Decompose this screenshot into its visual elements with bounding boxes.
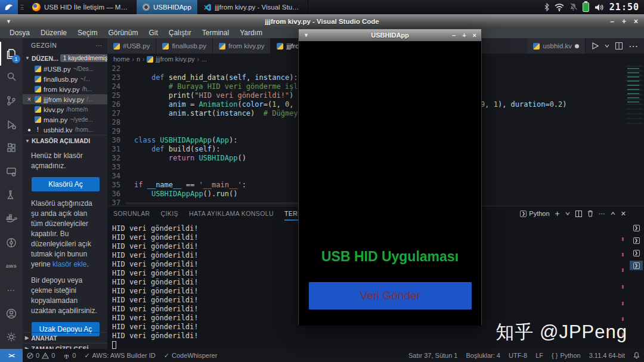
maximize-button[interactable]: +	[462, 32, 466, 39]
menu-item-yardım[interactable]: Yardım	[235, 29, 267, 37]
language-mode[interactable]: { } Python	[547, 349, 585, 362]
activity-source-control[interactable]	[0, 89, 23, 113]
window-menu-arrow-icon[interactable]: ▼	[304, 32, 309, 38]
split-editor-icon[interactable]	[615, 42, 623, 49]
outline-section[interactable]: ▶ ANAHAT	[23, 332, 107, 343]
breadcrumb-item[interactable]: home	[113, 55, 130, 63]
aws-status[interactable]: ✓ AWS: AWS Builder ID	[80, 349, 159, 362]
python-file-icon	[533, 43, 540, 49]
veri-gonder-button[interactable]: Veri Gönder	[309, 282, 472, 310]
clock[interactable]: 21:50	[609, 2, 639, 13]
editor-more-icon[interactable]: ⋯	[628, 41, 638, 52]
close-button[interactable]: ×	[473, 32, 476, 39]
activity-more[interactable]: ⋯	[0, 278, 23, 302]
open-editor-kivv.py[interactable]: kivv.py/home/n	[23, 104, 107, 115]
terminal-shell-selector[interactable]: ❯ Python	[520, 210, 549, 217]
wifi-icon[interactable]	[555, 4, 564, 11]
python-interpreter[interactable]: 3.11.4 64-bit	[585, 349, 629, 362]
encoding[interactable]: UTF-8	[504, 349, 531, 362]
no-folder-section[interactable]: ▼ KLASÖR AÇILMADI	[23, 135, 107, 146]
minimize-button[interactable]: –	[610, 17, 614, 26]
close-panel-icon[interactable]: ✕	[621, 210, 626, 218]
activity-account[interactable]	[0, 302, 23, 326]
battery-icon[interactable]	[583, 2, 589, 12]
terminal-dropdown-icon[interactable]	[565, 212, 570, 215]
activity-extensions[interactable]	[0, 136, 23, 160]
notifications-status[interactable]	[629, 349, 644, 362]
breadcrumb-item[interactable]: ...	[202, 55, 207, 63]
kill-terminal-icon[interactable]	[587, 210, 593, 217]
ports-status[interactable]: 0	[59, 349, 80, 362]
sidebar-more-icon[interactable]: ⋯	[96, 42, 103, 49]
volume-icon[interactable]	[595, 4, 604, 11]
panel-tab-hata ayiklama konsolu[interactable]: HATA AYIKLAMA KONSOLU	[189, 206, 274, 221]
activity-codecatalyst[interactable]	[0, 231, 23, 255]
activity-testing[interactable]	[0, 184, 23, 208]
activity-search[interactable]	[0, 66, 23, 89]
cursor-position[interactable]: Satır 37, Sütun 1	[404, 349, 462, 362]
minimize-button[interactable]: –	[452, 32, 456, 39]
activity-aws[interactable]: aws	[0, 254, 23, 278]
open-editor-jjjfrom kivy.py[interactable]: ×jjjfrom kivy.py/...	[23, 94, 107, 104]
maximize-panel-icon[interactable]	[611, 212, 615, 215]
tab-usbhid.kv[interactable]: usbhid.kv	[527, 38, 586, 54]
terminal-instance-2[interactable]: ❯	[630, 236, 643, 245]
vscode-titlebar[interactable]: ▼ jjjfrom kivy.py - Visual Studio Code –…	[0, 14, 644, 27]
split-terminal-icon[interactable]	[575, 211, 582, 217]
open-folder-button[interactable]: Klasörü Aç	[32, 177, 100, 191]
menu-item-düzenle[interactable]: Düzenle	[36, 29, 72, 37]
tab-finallusb.py[interactable]: finallusb.py	[156, 38, 213, 54]
usbhidapp-window[interactable]: ▼ USBHIDApp – + × USB HID Uygulaması Ver…	[298, 29, 482, 325]
indentation[interactable]: Boşluklar: 4	[462, 349, 504, 362]
menu-item-git[interactable]: Git	[144, 29, 162, 37]
open-editors-section[interactable]: ▼ DÜZEN... 1 kaydedilmemiş	[23, 52, 107, 64]
panel-tab-çikiş[interactable]: ÇIKIŞ	[161, 206, 178, 221]
codewhisperer-status[interactable]: ✓ CodeWhisperer	[160, 349, 222, 362]
remote-indicator[interactable]: ><	[0, 349, 23, 362]
open-editor-main.py[interactable]: main.py~/yede...	[23, 115, 107, 125]
timeline-section[interactable]: ▶ ZAMAN ÇİZELGESİ	[23, 343, 107, 349]
add-folder-link[interactable]: klasör ekle	[52, 260, 86, 268]
terminal-instance-4[interactable]: ❯	[630, 261, 643, 270]
menu-item-terminal[interactable]: Terminal	[197, 29, 234, 37]
usbhidapp-titlebar[interactable]: ▼ USBHIDApp – + ×	[299, 29, 481, 41]
eol[interactable]: LF	[531, 349, 547, 362]
open-editor-#USB.py[interactable]: #USB.py~/Des...	[23, 64, 107, 74]
new-terminal-button[interactable]: +	[555, 209, 560, 218]
run-dropdown-icon[interactable]	[605, 44, 609, 48]
menu-item-çalıştır[interactable]: Çalıştır	[164, 29, 196, 37]
activity-remote-explorer[interactable]	[0, 160, 23, 184]
tab-#USB.py[interactable]: #USB.py	[107, 38, 156, 54]
breadcrumb-item[interactable]: jjjfrom kivy.py	[156, 55, 194, 63]
run-python-button[interactable]	[592, 42, 599, 49]
activity-run-debug[interactable]	[0, 113, 23, 137]
terminal-output[interactable]: HID veri gönderildi!HID veri gönderildi!…	[112, 224, 199, 349]
menu-item-görünüm[interactable]: Görünüm	[103, 29, 143, 37]
minimap[interactable]	[626, 66, 643, 125]
panel-more-icon[interactable]: ⋯	[599, 210, 605, 218]
tab-from kivy.py[interactable]: from kivy.py	[213, 38, 271, 54]
open-editor-from kivy.py[interactable]: from kivy.py/h...	[23, 84, 107, 94]
task-vscode[interactable]: jjjfrom kivy.py - Visual Studio...	[198, 0, 308, 14]
bluetooth-icon[interactable]	[544, 3, 549, 11]
activity-settings[interactable]	[0, 325, 23, 349]
panel-tab-sorunlar[interactable]: SORUNLAR	[113, 206, 150, 221]
menu-item-dosya[interactable]: Dosya	[5, 29, 35, 37]
close-button[interactable]: ×	[634, 17, 638, 26]
menu-item-seçim[interactable]: Seçim	[73, 29, 102, 37]
maximize-button[interactable]: +	[622, 17, 626, 26]
terminal-instance-1[interactable]: ❯	[630, 223, 643, 233]
open-editor-finallusb.py[interactable]: finallusb.py~/...	[23, 74, 107, 84]
notifications-muted-icon[interactable]	[569, 3, 577, 11]
window-menu-arrow-icon[interactable]: ▼	[6, 18, 11, 24]
activity-docker[interactable]	[0, 207, 23, 231]
open-editor-usbhid.kv[interactable]: ●!usbhid.kv/hom...	[23, 125, 107, 135]
task-usbhidapp[interactable]: USBHIDApp	[137, 0, 198, 14]
app-launcher-button[interactable]	[0, 0, 18, 14]
terminal-instance-3[interactable]: ❯	[630, 248, 643, 258]
terminal-cursor	[112, 341, 116, 349]
activity-explorer[interactable]: 1	[0, 42, 23, 66]
problems-status[interactable]: 0 0	[23, 349, 59, 362]
breadcrumb-item[interactable]: n	[137, 55, 140, 63]
task-firefox[interactable]: USB HID İle İletişim — Mozil...	[26, 0, 137, 14]
